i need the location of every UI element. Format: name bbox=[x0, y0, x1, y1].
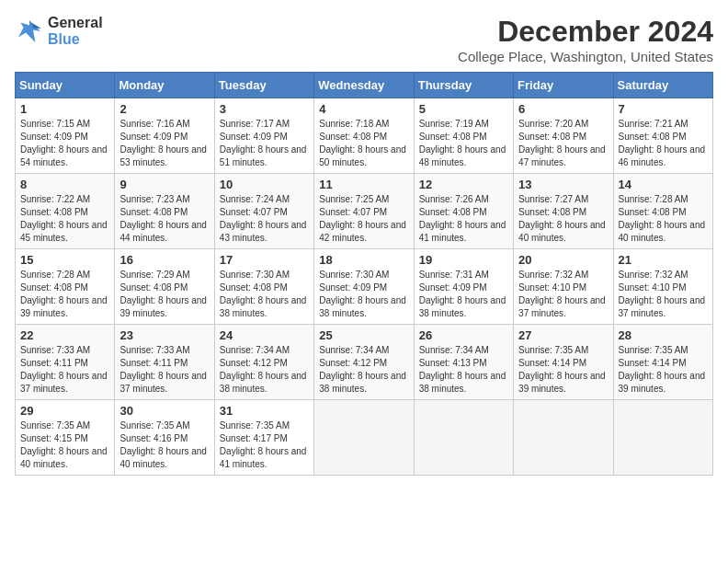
calendar-day-cell: 5 Sunrise: 7:19 AMSunset: 4:08 PMDayligh… bbox=[414, 98, 513, 174]
day-number: 11 bbox=[319, 178, 408, 191]
calendar-day-cell: 14 Sunrise: 7:28 AMSunset: 4:08 PMDaylig… bbox=[613, 174, 712, 249]
day-detail: Sunrise: 7:23 AMSunset: 4:08 PMDaylight:… bbox=[119, 193, 209, 245]
calendar-day-cell: 23 Sunrise: 7:33 AMSunset: 4:11 PMDaylig… bbox=[115, 325, 214, 400]
day-detail: Sunrise: 7:20 AMSunset: 4:08 PMDaylight:… bbox=[518, 118, 608, 169]
calendar-day-cell: 13 Sunrise: 7:27 AMSunset: 4:08 PMDaylig… bbox=[514, 174, 613, 249]
day-detail: Sunrise: 7:27 AMSunset: 4:08 PMDaylight:… bbox=[518, 193, 608, 245]
calendar-day-cell: 24 Sunrise: 7:34 AMSunset: 4:12 PMDaylig… bbox=[214, 325, 313, 400]
day-detail: Sunrise: 7:22 AMSunset: 4:08 PMDaylight:… bbox=[20, 193, 109, 245]
weekday-header: Tuesday bbox=[214, 73, 313, 98]
calendar-day-cell: 6 Sunrise: 7:20 AMSunset: 4:08 PMDayligh… bbox=[514, 98, 613, 174]
svg-marker-0 bbox=[18, 20, 40, 42]
calendar-day-cell: 1 Sunrise: 7:15 AMSunset: 4:09 PMDayligh… bbox=[16, 98, 115, 174]
calendar-day-cell: 15 Sunrise: 7:28 AMSunset: 4:08 PMDaylig… bbox=[16, 249, 115, 325]
day-number: 5 bbox=[419, 102, 508, 116]
calendar-day-cell: 28 Sunrise: 7:35 AMSunset: 4:14 PMDaylig… bbox=[613, 325, 712, 400]
day-number: 10 bbox=[220, 178, 309, 191]
day-detail: Sunrise: 7:35 AMSunset: 4:15 PMDaylight:… bbox=[20, 419, 109, 471]
calendar-day-cell: 30 Sunrise: 7:35 AMSunset: 4:16 PMDaylig… bbox=[115, 400, 214, 476]
day-number: 16 bbox=[119, 253, 209, 267]
calendar-day-cell bbox=[613, 400, 712, 476]
day-number: 23 bbox=[119, 328, 209, 342]
day-number: 18 bbox=[319, 253, 408, 267]
day-number: 28 bbox=[619, 328, 708, 342]
day-number: 31 bbox=[220, 404, 309, 418]
day-detail: Sunrise: 7:16 AMSunset: 4:09 PMDaylight:… bbox=[119, 118, 209, 169]
day-detail: Sunrise: 7:21 AMSunset: 4:08 PMDaylight:… bbox=[619, 118, 708, 169]
day-detail: Sunrise: 7:18 AMSunset: 4:08 PMDaylight:… bbox=[319, 118, 408, 169]
day-detail: Sunrise: 7:33 AMSunset: 4:11 PMDaylight:… bbox=[20, 344, 109, 396]
calendar-day-cell: 21 Sunrise: 7:32 AMSunset: 4:10 PMDaylig… bbox=[613, 249, 712, 325]
calendar-day-cell: 19 Sunrise: 7:31 AMSunset: 4:09 PMDaylig… bbox=[414, 249, 513, 325]
calendar-week-row: 29 Sunrise: 7:35 AMSunset: 4:15 PMDaylig… bbox=[16, 400, 713, 476]
day-detail: Sunrise: 7:31 AMSunset: 4:09 PMDaylight:… bbox=[419, 269, 508, 320]
weekday-header: Sunday bbox=[16, 73, 115, 98]
calendar-week-row: 22 Sunrise: 7:33 AMSunset: 4:11 PMDaylig… bbox=[16, 325, 713, 400]
calendar-day-cell bbox=[514, 400, 613, 476]
logo: General Blue bbox=[15, 15, 103, 48]
weekday-header: Saturday bbox=[613, 73, 712, 98]
logo-icon bbox=[15, 17, 44, 46]
day-detail: Sunrise: 7:34 AMSunset: 4:12 PMDaylight:… bbox=[220, 344, 309, 396]
day-number: 9 bbox=[119, 178, 209, 191]
day-number: 2 bbox=[119, 102, 209, 116]
calendar-subtitle: College Place, Washington, United States bbox=[458, 49, 713, 64]
day-detail: Sunrise: 7:25 AMSunset: 4:07 PMDaylight:… bbox=[319, 193, 408, 245]
day-number: 7 bbox=[619, 102, 708, 116]
day-detail: Sunrise: 7:32 AMSunset: 4:10 PMDaylight:… bbox=[619, 269, 708, 320]
calendar-day-cell: 4 Sunrise: 7:18 AMSunset: 4:08 PMDayligh… bbox=[314, 98, 414, 174]
calendar-day-cell: 16 Sunrise: 7:29 AMSunset: 4:08 PMDaylig… bbox=[115, 249, 214, 325]
day-detail: Sunrise: 7:17 AMSunset: 4:09 PMDaylight:… bbox=[220, 118, 309, 169]
day-number: 14 bbox=[619, 178, 708, 191]
calendar-day-cell: 18 Sunrise: 7:30 AMSunset: 4:09 PMDaylig… bbox=[314, 249, 414, 325]
page-container: General Blue December 2024 College Place… bbox=[15, 15, 713, 476]
calendar-day-cell: 3 Sunrise: 7:17 AMSunset: 4:09 PMDayligh… bbox=[214, 98, 313, 174]
calendar-header-row: SundayMondayTuesdayWednesdayThursdayFrid… bbox=[16, 73, 713, 98]
day-detail: Sunrise: 7:35 AMSunset: 4:14 PMDaylight:… bbox=[518, 344, 608, 396]
day-number: 20 bbox=[518, 253, 608, 267]
day-detail: Sunrise: 7:35 AMSunset: 4:14 PMDaylight:… bbox=[619, 344, 708, 396]
calendar-day-cell bbox=[414, 400, 513, 476]
day-number: 6 bbox=[518, 102, 608, 116]
day-detail: Sunrise: 7:26 AMSunset: 4:08 PMDaylight:… bbox=[419, 193, 508, 245]
day-number: 24 bbox=[220, 328, 309, 342]
day-number: 21 bbox=[619, 253, 708, 267]
weekday-header: Friday bbox=[514, 73, 613, 98]
title-area: December 2024 College Place, Washington,… bbox=[458, 15, 713, 64]
day-detail: Sunrise: 7:24 AMSunset: 4:07 PMDaylight:… bbox=[220, 193, 309, 245]
day-number: 19 bbox=[419, 253, 508, 267]
day-number: 17 bbox=[220, 253, 309, 267]
calendar-day-cell: 9 Sunrise: 7:23 AMSunset: 4:08 PMDayligh… bbox=[115, 174, 214, 249]
day-number: 4 bbox=[319, 102, 408, 116]
day-number: 13 bbox=[518, 178, 608, 191]
day-number: 22 bbox=[20, 328, 109, 342]
day-detail: Sunrise: 7:35 AMSunset: 4:17 PMDaylight:… bbox=[220, 419, 309, 471]
weekday-header: Monday bbox=[115, 73, 214, 98]
calendar-day-cell bbox=[314, 400, 414, 476]
calendar-day-cell: 26 Sunrise: 7:34 AMSunset: 4:13 PMDaylig… bbox=[414, 325, 513, 400]
day-detail: Sunrise: 7:28 AMSunset: 4:08 PMDaylight:… bbox=[20, 269, 109, 320]
calendar-table: SundayMondayTuesdayWednesdayThursdayFrid… bbox=[15, 72, 713, 476]
header: General Blue December 2024 College Place… bbox=[15, 15, 713, 64]
calendar-day-cell: 2 Sunrise: 7:16 AMSunset: 4:09 PMDayligh… bbox=[115, 98, 214, 174]
calendar-day-cell: 20 Sunrise: 7:32 AMSunset: 4:10 PMDaylig… bbox=[514, 249, 613, 325]
day-detail: Sunrise: 7:15 AMSunset: 4:09 PMDaylight:… bbox=[20, 118, 109, 169]
logo-text: General Blue bbox=[48, 15, 103, 48]
calendar-day-cell: 17 Sunrise: 7:30 AMSunset: 4:08 PMDaylig… bbox=[214, 249, 313, 325]
calendar-day-cell: 27 Sunrise: 7:35 AMSunset: 4:14 PMDaylig… bbox=[514, 325, 613, 400]
day-detail: Sunrise: 7:34 AMSunset: 4:13 PMDaylight:… bbox=[419, 344, 508, 396]
calendar-week-row: 1 Sunrise: 7:15 AMSunset: 4:09 PMDayligh… bbox=[16, 98, 713, 174]
calendar-day-cell: 31 Sunrise: 7:35 AMSunset: 4:17 PMDaylig… bbox=[214, 400, 313, 476]
calendar-day-cell: 7 Sunrise: 7:21 AMSunset: 4:08 PMDayligh… bbox=[613, 98, 712, 174]
day-detail: Sunrise: 7:33 AMSunset: 4:11 PMDaylight:… bbox=[119, 344, 209, 396]
day-detail: Sunrise: 7:30 AMSunset: 4:08 PMDaylight:… bbox=[220, 269, 309, 320]
day-detail: Sunrise: 7:29 AMSunset: 4:08 PMDaylight:… bbox=[119, 269, 209, 320]
day-detail: Sunrise: 7:19 AMSunset: 4:08 PMDaylight:… bbox=[419, 118, 508, 169]
calendar-day-cell: 25 Sunrise: 7:34 AMSunset: 4:12 PMDaylig… bbox=[314, 325, 414, 400]
calendar-day-cell: 10 Sunrise: 7:24 AMSunset: 4:07 PMDaylig… bbox=[214, 174, 313, 249]
calendar-day-cell: 22 Sunrise: 7:33 AMSunset: 4:11 PMDaylig… bbox=[16, 325, 115, 400]
weekday-header: Thursday bbox=[414, 73, 513, 98]
calendar-week-row: 15 Sunrise: 7:28 AMSunset: 4:08 PMDaylig… bbox=[16, 249, 713, 325]
day-number: 1 bbox=[20, 102, 109, 116]
day-number: 25 bbox=[319, 328, 408, 342]
